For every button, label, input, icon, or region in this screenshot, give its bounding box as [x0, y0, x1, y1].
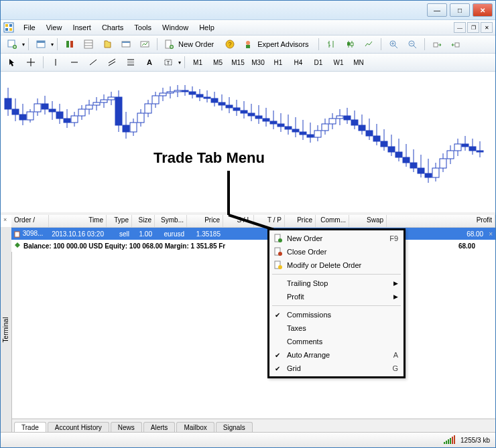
ctx-new-order[interactable]: New OrderF9 — [269, 232, 404, 245]
mdi-restore-button[interactable]: ❐ — [467, 22, 479, 33]
col-symbol[interactable]: Symb... — [155, 215, 187, 227]
row-close-button[interactable]: × — [486, 230, 495, 238]
col-time[interactable]: Time — [49, 215, 107, 227]
chart-shift-button[interactable] — [447, 37, 464, 52]
svg-rect-11 — [84, 40, 92, 48]
mdi-close-button[interactable]: ✕ — [481, 22, 493, 33]
tab-mailbox[interactable]: Mailbox — [176, 422, 214, 433]
mdi-minimize-button[interactable]: — — [454, 22, 466, 33]
svg-rect-154 — [373, 136, 380, 141]
svg-rect-162 — [403, 157, 410, 163]
svg-rect-92 — [145, 104, 151, 113]
ctx-grid[interactable]: ✔GridG — [269, 362, 404, 375]
col-size[interactable]: Size — [132, 215, 155, 227]
timeframe-m15[interactable]: M15 — [229, 55, 247, 70]
tab-account-history[interactable]: Account History — [48, 422, 109, 433]
svg-rect-114 — [226, 105, 233, 108]
ctx-auto-arrange[interactable]: ✔Auto ArrangeA — [269, 348, 404, 362]
navigator-button[interactable] — [99, 37, 116, 52]
ctx-modify-order[interactable]: Modify or Delete Order — [269, 258, 404, 272]
vertical-line-button[interactable] — [47, 55, 64, 70]
svg-rect-106 — [196, 94, 203, 97]
balance-row[interactable]: Balance: 100 000.00 USD Equity: 100 068.… — [11, 240, 495, 252]
strategy-tester-button[interactable] — [136, 37, 153, 52]
minimize-button[interactable]: — — [427, 3, 447, 17]
svg-rect-156 — [381, 141, 387, 147]
new-order-button[interactable]: New Order — [161, 37, 220, 52]
menu-insert[interactable]: Insert — [67, 22, 97, 33]
svg-rect-130 — [285, 127, 292, 129]
menu-view[interactable]: View — [41, 22, 68, 33]
profiles-button[interactable] — [32, 37, 50, 52]
menu-window[interactable]: Window — [157, 22, 194, 33]
titlebar: — □ ✕ — [1, 1, 495, 20]
data-window-button[interactable] — [80, 37, 97, 52]
market-watch-button[interactable] — [61, 37, 78, 52]
line-chart-button[interactable] — [360, 37, 377, 52]
ctx-comments[interactable]: Comments — [269, 335, 404, 348]
text-button[interactable]: A — [141, 55, 158, 70]
new-chart-button[interactable] — [3, 37, 21, 52]
timeframe-h4[interactable]: H4 — [289, 55, 308, 70]
bar-chart-button[interactable] — [322, 37, 340, 52]
timeframe-m5[interactable]: M5 — [208, 55, 227, 70]
zoom-in-button[interactable] — [385, 37, 402, 52]
tab-trade[interactable]: Trade — [14, 422, 46, 433]
svg-rect-104 — [189, 92, 196, 94]
fibonacci-button[interactable] — [122, 55, 139, 70]
ctx-profit[interactable]: Profit▶ — [269, 290, 404, 303]
menu-help[interactable]: Help — [194, 22, 220, 33]
svg-rect-64 — [42, 104, 48, 109]
ctx-taxes[interactable]: Taxes — [269, 321, 404, 335]
svg-rect-70 — [64, 119, 70, 123]
auto-scroll-button[interactable] — [428, 37, 446, 52]
modify-order-icon — [273, 260, 283, 270]
col-price2[interactable]: Price — [285, 215, 316, 227]
text-label-button[interactable]: T — [160, 55, 177, 70]
terminal-button[interactable] — [117, 37, 135, 52]
svg-rect-39 — [455, 43, 459, 47]
tab-alerts[interactable]: Alerts — [143, 422, 176, 433]
channel-button[interactable] — [103, 55, 121, 70]
svg-rect-176 — [454, 144, 461, 151]
menu-tools[interactable]: Tools — [129, 22, 157, 33]
svg-rect-96 — [160, 93, 166, 96]
close-button[interactable]: ✕ — [473, 3, 493, 17]
timeframe-m30[interactable]: M30 — [249, 55, 267, 70]
svg-rect-84 — [115, 97, 122, 125]
timeframe-h1[interactable]: H1 — [269, 55, 288, 70]
col-order[interactable]: Order / — [11, 215, 49, 227]
terminal-close-button[interactable]: × — [3, 216, 9, 222]
timeframe-d1[interactable]: D1 — [309, 55, 328, 70]
svg-rect-122 — [255, 116, 262, 119]
svg-rect-146 — [344, 116, 351, 120]
timeframe-mn[interactable]: MN — [349, 55, 368, 70]
col-swap[interactable]: Swap — [349, 215, 387, 227]
tab-news[interactable]: News — [111, 422, 142, 433]
menu-charts[interactable]: Charts — [97, 22, 129, 33]
meta-quotes-button[interactable]: ? — [221, 37, 239, 52]
terminal-tabs: Trade Account History News Alerts Mailbo… — [11, 419, 495, 433]
svg-rect-166 — [418, 168, 424, 173]
svg-rect-54 — [5, 98, 11, 109]
tab-signals[interactable]: Signals — [216, 422, 253, 433]
col-comm[interactable]: Comm... — [316, 215, 349, 227]
menu-file[interactable]: File — [18, 22, 41, 33]
ctx-trailing-stop[interactable]: Trailing Stop▶ — [269, 277, 404, 290]
maximize-button[interactable]: □ — [450, 3, 470, 17]
col-type[interactable]: Type — [107, 215, 132, 227]
horizontal-line-button[interactable] — [66, 55, 83, 70]
timeframe-w1[interactable]: W1 — [329, 55, 348, 70]
expert-advisors-button[interactable]: Expert Advisors — [240, 37, 314, 52]
candle-chart-button[interactable] — [341, 37, 359, 52]
col-profit[interactable]: Profit — [387, 215, 495, 227]
zoom-out-button[interactable] — [404, 37, 421, 52]
ctx-commissions[interactable]: ✔Commissions — [269, 308, 404, 321]
timeframe-m1[interactable]: M1 — [188, 55, 207, 70]
crosshair-button[interactable] — [22, 55, 40, 70]
cursor-button[interactable] — [3, 55, 21, 70]
ctx-close-order[interactable]: Close Order — [269, 245, 404, 258]
svg-rect-144 — [336, 116, 343, 119]
trendline-button[interactable] — [84, 55, 102, 70]
svg-rect-108 — [204, 97, 210, 98]
